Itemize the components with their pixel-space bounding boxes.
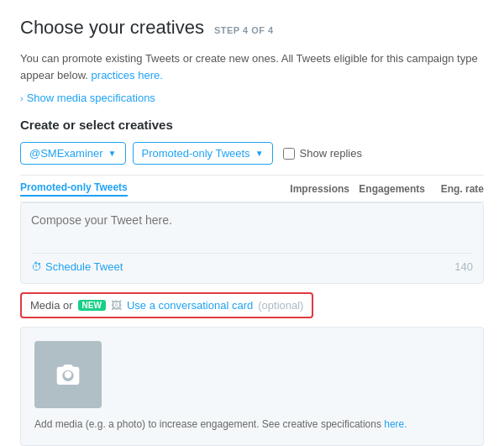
image-icon: 🖼 — [111, 299, 122, 312]
media-icons: 🖼 — [111, 299, 122, 312]
media-options-row: Media or NEW 🖼 Use a conversational card… — [20, 292, 313, 318]
section-title: Create or select creatives — [20, 118, 484, 132]
clock-icon: ⏱ — [31, 260, 42, 273]
page-description: You can promote existing Tweets or creat… — [20, 50, 484, 83]
optional-text: (optional) — [258, 299, 303, 312]
col-engagements: Engagements — [349, 183, 425, 195]
show-replies-label: Show replies — [300, 147, 362, 160]
step-badge: STEP 4 OF 4 — [214, 25, 274, 35]
col-promoted-tweets: Promoted-only Tweets — [20, 181, 274, 197]
show-replies-container: Show replies — [283, 147, 362, 160]
page-header: Choose your creatives STEP 4 OF 4 — [20, 17, 484, 39]
media-label: Media or — [30, 299, 73, 312]
media-upload-area: Add media (e.g. a photo) to increase eng… — [20, 327, 484, 446]
media-placeholder[interactable] — [34, 341, 102, 408]
creative-specs-link[interactable]: here. — [384, 418, 407, 430]
show-specs-link[interactable]: › Show media specifications — [20, 92, 484, 104]
chevron-down-icon: ▼ — [255, 149, 264, 158]
schedule-tweet-link[interactable]: ⏱ Schedule Tweet — [31, 260, 123, 273]
practices-link[interactable]: practices here. — [92, 69, 163, 81]
account-dropdown[interactable]: @SMExaminer ▼ — [20, 142, 126, 165]
chevron-down-icon: ▼ — [108, 149, 117, 158]
char-count: 140 — [454, 260, 473, 273]
col-eng-rate: Eng. rate — [425, 183, 484, 195]
col-impressions: Impressions — [274, 183, 349, 195]
conversational-card-link[interactable]: Use a conversational card — [127, 299, 253, 312]
controls-row: @SMExaminer ▼ Promoted-only Tweets ▼ Sho… — [20, 142, 484, 165]
camera-icon — [55, 361, 81, 388]
table-header: Promoted-only Tweets Impressions Engagem… — [20, 175, 484, 202]
media-upload-text: Add media (e.g. a photo) to increase eng… — [34, 417, 470, 432]
show-replies-checkbox[interactable] — [283, 148, 295, 160]
tweet-compose-footer: ⏱ Schedule Tweet 140 — [31, 253, 473, 273]
tweets-type-dropdown[interactable]: Promoted-only Tweets ▼ — [133, 142, 273, 165]
tweet-compose-area: ⏱ Schedule Tweet 140 — [20, 202, 484, 284]
chevron-right-icon: › — [20, 93, 24, 103]
tweet-compose-input[interactable] — [31, 213, 473, 244]
new-badge: NEW — [78, 300, 106, 311]
page-title: Choose your creatives — [20, 17, 204, 39]
